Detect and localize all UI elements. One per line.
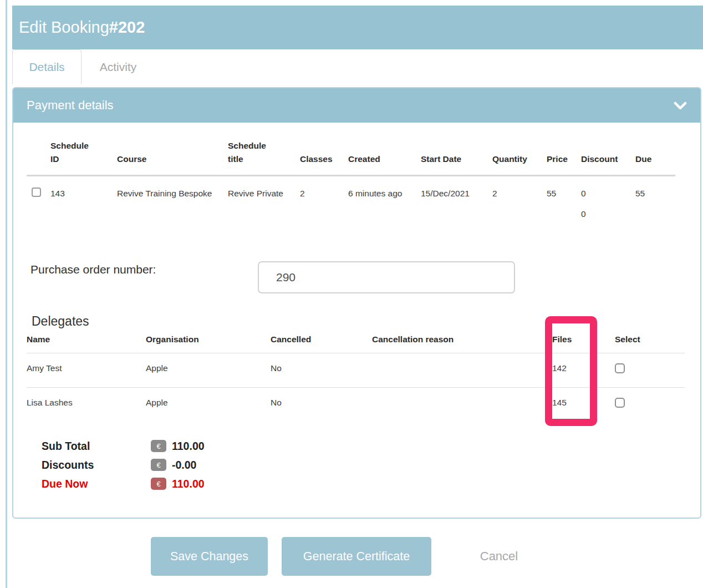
due-cell: 55 bbox=[635, 176, 675, 202]
delegate-cancelled-cell: No bbox=[271, 388, 372, 422]
discount-total-row: 0 bbox=[27, 201, 675, 235]
column-header-files: Files bbox=[552, 334, 615, 353]
tab-details[interactable]: Details bbox=[12, 49, 81, 84]
schedule-id-cell: 143 bbox=[50, 176, 117, 202]
discount-cell: 0 bbox=[581, 176, 635, 202]
tab-activity[interactable]: Activity bbox=[81, 49, 155, 84]
schedule-table: Schedule ID Course Schedule title Classe… bbox=[27, 139, 675, 235]
payment-details-title: Payment details bbox=[27, 98, 114, 113]
delegate-cancelled-cell: No bbox=[271, 353, 372, 388]
due-now-label: Due Now bbox=[42, 478, 151, 490]
sub-total-value: 110.00 bbox=[172, 440, 205, 453]
column-header-classes: Classes bbox=[300, 139, 348, 176]
delegates-table: Name Organisation Cancelled Cancellation… bbox=[27, 334, 685, 422]
euro-badge-icon: € bbox=[151, 440, 166, 452]
schedule-row: 143 Revive Training Bespoke Revive Priva… bbox=[27, 176, 675, 202]
discounts-row: Discounts € -0.00 bbox=[42, 455, 205, 474]
column-header-name: Name bbox=[27, 334, 146, 353]
schedule-title-cell: Revive Private bbox=[228, 176, 300, 202]
delegate-files-cell: 145 bbox=[552, 388, 615, 422]
euro-badge-icon: € bbox=[151, 478, 166, 490]
column-header-schedule-id: Schedule ID bbox=[50, 139, 117, 176]
created-cell: 6 minutes ago bbox=[348, 176, 421, 202]
column-header-schedule-title: Schedule title bbox=[228, 139, 300, 176]
delegate-cancellation-reason-cell bbox=[372, 388, 552, 422]
column-header-organisation: Organisation bbox=[146, 334, 271, 353]
start-date-cell: 15/Dec/2021 bbox=[421, 176, 492, 202]
quantity-cell: 2 bbox=[492, 176, 547, 202]
column-header-quantity: Quantity bbox=[492, 139, 547, 176]
schedule-header-row: Schedule ID Course Schedule title Classe… bbox=[27, 139, 675, 176]
classes-cell: 2 bbox=[300, 176, 348, 202]
schedule-row-checkbox[interactable] bbox=[32, 187, 41, 197]
generate-certificate-button[interactable]: Generate Certificate bbox=[282, 537, 431, 576]
delegate-organisation-cell: Apple bbox=[146, 353, 271, 388]
column-header-cancelled: Cancelled bbox=[271, 334, 372, 353]
price-cell: 55 bbox=[547, 176, 581, 202]
payment-details-header[interactable]: Payment details bbox=[13, 88, 700, 123]
page-left-border bbox=[6, 0, 7, 588]
due-now-row: Due Now € 110.00 bbox=[42, 474, 205, 493]
column-header-select: Select bbox=[615, 334, 685, 353]
select-column-header bbox=[27, 139, 50, 176]
column-header-created: Created bbox=[348, 139, 421, 176]
edit-booking-page: Edit Booking #202 Details Activity Payme… bbox=[0, 0, 703, 588]
payment-details-panel: Payment details Schedule ID Course Sch bbox=[12, 87, 701, 519]
discounts-value: -0.00 bbox=[172, 459, 196, 472]
delegate-name-cell: Lisa Lashes bbox=[27, 388, 146, 422]
payment-details-body: Schedule ID Course Schedule title Classe… bbox=[13, 123, 700, 518]
page-title: Edit Booking #202 bbox=[12, 6, 703, 49]
booking-number: #202 bbox=[109, 18, 145, 37]
delegate-select-checkbox[interactable] bbox=[615, 398, 625, 408]
column-header-start-date: Start Date bbox=[421, 139, 492, 176]
delegate-row: Lisa Lashes Apple No 145 bbox=[27, 388, 685, 422]
column-header-course: Course bbox=[117, 139, 228, 176]
discounts-label: Discounts bbox=[42, 459, 151, 472]
save-changes-button[interactable]: Save Changes bbox=[151, 537, 268, 576]
column-header-cancellation-reason: Cancellation reason bbox=[372, 334, 552, 353]
delegate-select-cell bbox=[615, 353, 685, 388]
page-title-text: Edit Booking bbox=[19, 18, 109, 37]
delegate-name-cell: Amy Test bbox=[27, 353, 146, 388]
tab-bar: Details Activity bbox=[12, 49, 155, 84]
schedule-row-select-cell bbox=[27, 176, 50, 202]
column-header-discount: Discount bbox=[581, 139, 635, 176]
due-now-value: 110.00 bbox=[172, 478, 205, 490]
delegates-heading: Delegates bbox=[32, 314, 89, 329]
euro-badge-icon: € bbox=[151, 459, 166, 471]
chevron-down-icon[interactable] bbox=[674, 102, 687, 110]
sub-total-row: Sub Total € 110.00 bbox=[42, 437, 205, 455]
discount-total-cell: 0 bbox=[581, 201, 635, 235]
column-header-price: Price bbox=[547, 139, 581, 176]
delegate-select-cell bbox=[615, 388, 685, 422]
purchase-order-label: Purchase order number: bbox=[30, 263, 156, 276]
delegate-select-checkbox[interactable] bbox=[615, 363, 625, 373]
delegate-row: Amy Test Apple No 142 bbox=[27, 353, 685, 388]
sub-total-label: Sub Total bbox=[42, 440, 151, 453]
column-header-due: Due bbox=[635, 139, 675, 176]
cancel-button[interactable]: Cancel bbox=[468, 537, 529, 576]
delegates-header-row: Name Organisation Cancelled Cancellation… bbox=[27, 334, 685, 353]
delegate-files-cell: 142 bbox=[552, 353, 615, 388]
delegate-cancellation-reason-cell bbox=[372, 353, 552, 388]
totals-summary: Sub Total € 110.00 Discounts € -0.00 Due… bbox=[42, 437, 205, 493]
delegate-organisation-cell: Apple bbox=[146, 388, 271, 422]
purchase-order-input[interactable] bbox=[258, 261, 515, 293]
course-cell: Revive Training Bespoke bbox=[117, 176, 228, 202]
